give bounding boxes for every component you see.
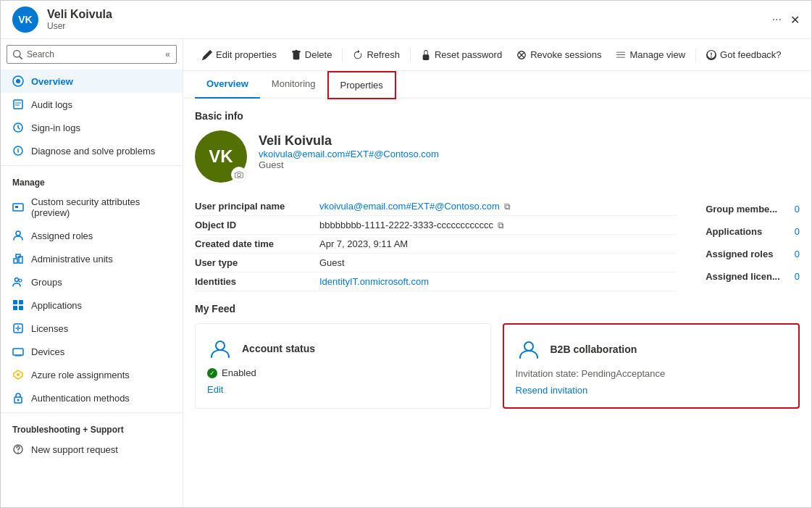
tab-monitoring[interactable]: Monitoring: [260, 71, 327, 99]
stat-applications: Applications 0: [706, 223, 800, 240]
camera-icon: [235, 170, 243, 179]
sidebar-item-label: Groups: [31, 277, 62, 288]
sidebar-item-admin-units[interactable]: Administrative units: [1, 247, 183, 270]
sidebar-item-new-support[interactable]: New support request: [1, 438, 183, 461]
sidebar-item-azure-roles[interactable]: Azure role assignments: [1, 363, 183, 386]
sidebar-item-custom-security[interactable]: Custom security attributes (preview): [1, 191, 183, 224]
created-value: Apr 7, 2023, 9:11 AM: [319, 238, 408, 249]
manage-section-label: Manage: [1, 169, 183, 191]
new-support-icon: [12, 444, 24, 455]
groups-icon: [12, 276, 24, 288]
sidebar-item-overview[interactable]: Overview: [1, 70, 183, 93]
identities-value[interactable]: IdentityIT.onmicrosoft.com: [319, 276, 429, 287]
sidebar-item-devices[interactable]: Devices: [1, 340, 183, 363]
stat-assigned-roles: Assigned roles 0: [706, 246, 800, 262]
svg-point-21: [17, 373, 20, 376]
sidebar-item-auth-methods[interactable]: Authentication methods: [1, 386, 183, 409]
properties-section: User principal name vkoivula@email.com#E…: [195, 197, 677, 291]
tab-overview[interactable]: Overview: [195, 71, 260, 99]
sidebar-item-applications[interactable]: Applications: [1, 293, 183, 317]
toolbar-separator-2: [410, 48, 411, 62]
sidebar-item-label: Azure role assignments: [31, 370, 130, 380]
sidebar-divider: [1, 165, 183, 166]
sidebar-item-signin-logs[interactable]: Sign-in logs: [1, 116, 183, 139]
close-button[interactable]: ✕: [790, 13, 800, 27]
main-layout: Search « Overview Audit logs Si: [1, 39, 811, 507]
copy-upn-icon[interactable]: ⧉: [504, 201, 511, 212]
stat-value[interactable]: 0: [795, 271, 800, 282]
stat-value[interactable]: 0: [795, 204, 800, 215]
svg-point-27: [524, 342, 533, 351]
custom-security-icon: [12, 201, 24, 213]
b2b-collab-icon: [516, 336, 542, 362]
user-type: Guest: [259, 159, 439, 170]
upn-value[interactable]: vkoivula@email.com#EXT#@Contoso.com: [319, 201, 500, 212]
svg-rect-19: [13, 349, 23, 355]
edit-icon: [202, 50, 212, 60]
tabs: Overview Monitoring Properties: [183, 71, 811, 99]
app-container: VK Veli Koivula User ··· ✕ Search «: [0, 0, 812, 508]
sidebar-item-licenses[interactable]: Licenses: [1, 317, 183, 340]
search-box[interactable]: Search «: [7, 45, 177, 64]
delete-button[interactable]: Delete: [284, 45, 340, 64]
revoke-sessions-icon: [516, 50, 527, 60]
diagnose-icon: [12, 145, 24, 157]
refresh-icon: [353, 50, 363, 60]
user-avatar-header: VK: [12, 7, 38, 33]
edit-properties-button[interactable]: Edit properties: [195, 45, 284, 64]
svg-point-23: [17, 399, 20, 401]
stat-assigned-licenses: Assigned licen... 0: [706, 268, 800, 285]
user-email[interactable]: vkoivula@email.com#EXT#@Contoso.com: [259, 149, 439, 159]
camera-button[interactable]: [231, 167, 247, 183]
header: VK Veli Koivula User ··· ✕: [1, 1, 811, 39]
toolbar: Edit properties Delete Refresh Reset pas…: [183, 39, 811, 71]
signin-logs-icon: [12, 122, 24, 133]
admin-units-icon: [12, 253, 24, 265]
stat-group-members: Group membe... 0: [706, 201, 800, 217]
audit-logs-icon: [12, 99, 24, 110]
sidebar-item-assigned-roles[interactable]: Assigned roles: [1, 224, 183, 247]
sidebar-item-diagnose[interactable]: Diagnose and solve problems: [1, 139, 183, 162]
delete-icon: [291, 50, 301, 60]
toolbar-separator-3: [695, 48, 696, 62]
collapse-button[interactable]: «: [165, 49, 170, 59]
user-card: VK Veli Koivula vkoivula@email.com#EXT#@…: [195, 130, 800, 183]
stat-value[interactable]: 0: [795, 226, 800, 237]
toolbar-separator-1: [342, 48, 343, 62]
stat-value[interactable]: 0: [795, 249, 800, 259]
sidebar-item-label: New support request: [31, 444, 118, 455]
content-area: Edit properties Delete Refresh Reset pas…: [183, 39, 811, 507]
usertype-value: Guest: [319, 257, 345, 268]
account-status-value: Enabled: [207, 367, 479, 378]
account-status-icon: [207, 336, 233, 362]
objectid-value: bbbbbbbb-1111-2222-3333-cccccccccccc: [319, 220, 493, 230]
copy-objectid-icon[interactable]: ⧉: [498, 220, 504, 230]
header-user-name: Veli Koivula: [47, 8, 758, 21]
svg-rect-9: [14, 259, 17, 263]
account-status-card: Account status Enabled Edit: [195, 323, 491, 409]
manage-view-button[interactable]: Manage view: [608, 45, 692, 64]
sidebar-item-groups[interactable]: Groups: [1, 270, 183, 293]
troubleshooting-section-label: Troubleshooting + Support: [1, 416, 183, 438]
resend-invitation-link[interactable]: Resend invitation: [516, 385, 787, 396]
sidebar-item-label: Administrative units: [31, 254, 113, 265]
svg-rect-17: [19, 306, 23, 310]
reset-password-button[interactable]: Reset password: [414, 45, 509, 64]
svg-point-1: [16, 79, 20, 83]
account-status-edit-link[interactable]: Edit: [207, 384, 479, 395]
my-feed-section: My Feed Account s: [195, 303, 800, 409]
account-status-header: Account status: [207, 336, 479, 362]
feedback-icon: [706, 50, 716, 60]
sidebar-item-audit-logs[interactable]: Audit logs: [1, 93, 183, 116]
devices-icon: [12, 346, 24, 357]
svg-point-12: [15, 278, 19, 282]
header-user-role: User: [47, 21, 758, 31]
tab-properties[interactable]: Properties: [327, 71, 396, 99]
svg-rect-18: [14, 324, 22, 333]
overview-icon: [12, 75, 24, 87]
svg-rect-15: [19, 300, 23, 304]
got-feedback-button[interactable]: Got feedback?: [699, 45, 789, 64]
header-more-button[interactable]: ···: [772, 13, 782, 26]
refresh-button[interactable]: Refresh: [346, 45, 407, 64]
revoke-sessions-button[interactable]: Revoke sessions: [509, 45, 608, 64]
